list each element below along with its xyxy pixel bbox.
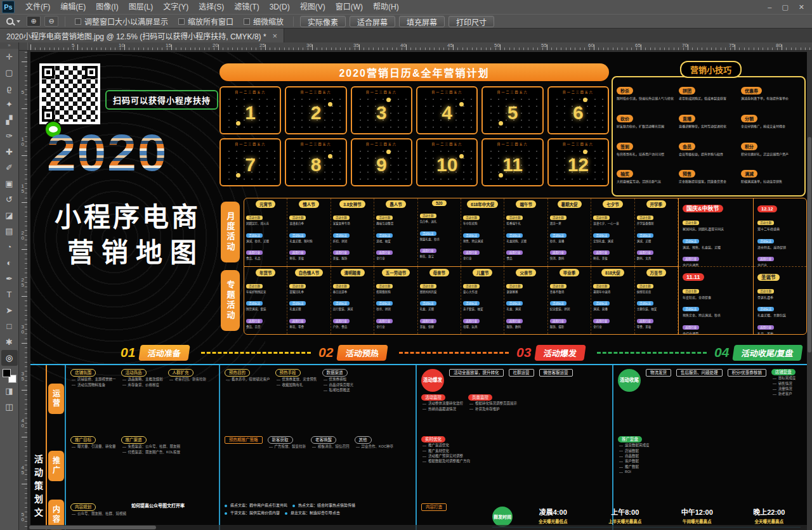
menu-item[interactable]: 窗口(W)	[331, 0, 368, 14]
crop-tool[interactable]: ▞	[1, 112, 18, 128]
zoom-tool[interactable]: ◎	[1, 350, 18, 366]
menu-item[interactable]: 文件(F)	[20, 0, 55, 14]
horizontal-ruler[interactable]: 5 10 15 20 25 30 35 40	[19, 42, 812, 51]
flow-subitem: 活动整体流量转化监控	[421, 401, 463, 406]
monthly-activities-label: 月度活动	[221, 202, 240, 262]
menu-item[interactable]: 帮助(H)	[368, 0, 404, 14]
checkbox-icon[interactable]	[178, 18, 185, 25]
menu-item[interactable]: 滤镜(T)	[229, 0, 264, 14]
promo-tag: 活动玩法	[757, 307, 774, 311]
brush-tool[interactable]: ✐	[1, 160, 18, 176]
fill-screen-button[interactable]: 填充屏幕	[399, 16, 445, 27]
healing-brush-tool[interactable]: ✚	[1, 144, 18, 160]
quick-mask-button[interactable]: ◨	[1, 383, 18, 399]
menu-bar: Ps 文件(F) 编辑(E) 图像(I) 图层(L) 文字(Y) 选择(S) 滤…	[0, 0, 812, 14]
actual-pixels-button[interactable]: 实际像素	[300, 16, 346, 27]
flow-node-group: 预热手段 优惠券发放、定金预售 收藏加购有礼	[275, 369, 317, 392]
month-number: 5	[483, 93, 542, 133]
pen-tool[interactable]: ✒	[1, 271, 18, 287]
flow-node: 微信客服运营	[539, 369, 573, 377]
print-size-button[interactable]: 打印尺寸	[449, 16, 494, 27]
tip-description: 直播讲解种草，实时互动促进转化	[679, 124, 738, 129]
promo-block: 圣诞节 活动主题圣诞礼遇季 活动玩法礼盒买赠、主题包装 适用行业礼品、美妆	[754, 266, 806, 335]
foreground-color-swatch[interactable]	[3, 369, 11, 377]
theme-tag: 活动主题	[333, 216, 350, 220]
menu-item[interactable]: 图像(I)	[91, 0, 123, 14]
checkbox-icon[interactable]	[244, 18, 250, 25]
flow-node-group: 痛点文案：戳中用户痛点引发共鸣	[225, 503, 287, 508]
minimize-button[interactable]: –	[768, 3, 771, 11]
flow-node-group: 推广复盘 运营数据完成度 店铺数据 商品数据	[618, 436, 650, 475]
phase-name: 活动准备	[139, 345, 191, 361]
menu-item[interactable]: 视图(V)	[295, 0, 331, 14]
move-tool[interactable]: ✛	[1, 49, 18, 65]
maximize-button[interactable]: ▢	[782, 3, 788, 11]
document-tab[interactable]: 2020小程序电商营销地图.jpg @ 12.5% (扫码可以获得小程序扶持, …	[0, 29, 284, 42]
ruler-tick-label: 10	[19, 137, 27, 184]
flow-subitem: 推广渠道优化	[421, 443, 470, 448]
flow-subitem: 选品策略、主推款规划	[121, 377, 163, 382]
zoom-out-mode-button[interactable]: ⊖	[44, 16, 58, 27]
vertical-ruler[interactable]: 5 10 15 20 25 30 35 40	[19, 51, 28, 530]
eraser-tool[interactable]: ◪	[1, 207, 18, 223]
month-number: 3	[352, 93, 411, 133]
tip-item: 拼团 老带新成团购买，低成本裂变获客	[679, 84, 738, 109]
clone-stamp-tool[interactable]: ▣	[1, 176, 18, 191]
tab-close-icon[interactable]: ×	[273, 31, 278, 41]
industry-tag: 适用行业	[463, 319, 480, 323]
menu-item[interactable]: 3D(D)	[265, 0, 295, 14]
document-canvas[interactable]: 扫码可以获得小程序扶持 2020 小程序电商 营销地图 2020营销日历&全年营…	[28, 51, 812, 530]
gradient-tool[interactable]: ▤	[1, 223, 18, 239]
dodge-tool[interactable]: ◐	[1, 255, 18, 271]
screen-mode-button[interactable]: ◫	[1, 399, 18, 415]
flow-node: 推广目标	[70, 436, 96, 444]
theme-tag: 活动主题	[420, 284, 436, 288]
vertical-scrollbar[interactable]	[807, 51, 812, 530]
options-checkbox[interactable]: 调整窗口大小以满屏显示	[72, 16, 171, 27]
magnifier-icon	[6, 18, 13, 25]
eyedropper-tool[interactable]: ✑	[1, 128, 18, 144]
magic-wand-tool[interactable]: ✦	[1, 96, 18, 112]
shape-tool[interactable]: □	[1, 318, 18, 334]
zoom-in-mode-button[interactable]: ⊕	[27, 16, 41, 27]
history-brush-tool[interactable]: ↺	[1, 191, 18, 207]
menu-item[interactable]: 编辑(E)	[55, 0, 91, 14]
flow-node-group: 推广渠道 免费渠道：公众号、社群、朋友圈 付费渠道：朋友圈广告、KOL投放	[121, 436, 181, 455]
close-button[interactable]: ✕	[799, 3, 804, 11]
month-column: 818大促 活动主题暑期年中返场 活动玩法满减、直播 适用行业全行业	[591, 267, 634, 335]
type-tool[interactable]: T	[1, 287, 18, 302]
blur-tool[interactable]: ◔	[1, 239, 18, 255]
poster-year: 2020	[47, 127, 167, 179]
promo-tag: 适用行业	[683, 325, 699, 330]
options-checkbox[interactable]: 缩放所有窗口	[175, 16, 237, 27]
phase-item: 04 活动收尾/复盘	[714, 345, 802, 361]
menu-item[interactable]: 图层(L)	[124, 0, 159, 14]
menu-item[interactable]: 文字(Y)	[158, 0, 193, 14]
options-checkbox[interactable]: 细微缩放	[240, 16, 287, 27]
color-swatches[interactable]	[3, 369, 16, 383]
month-number: 12	[549, 145, 608, 185]
path-selection-tool[interactable]: ➤	[1, 302, 18, 318]
fit-screen-button[interactable]: 适合屏幕	[350, 16, 395, 27]
flow-node-group: 预热期推广策略	[225, 436, 263, 449]
flow-node-group: 推广目标 曝光量、引流量、转化量	[70, 436, 116, 455]
theme-tag: 活动主题	[593, 216, 610, 220]
horizontal-scrollbar[interactable]	[28, 525, 807, 530]
month-number: 8	[286, 145, 345, 185]
lasso-tool[interactable]: ϱ	[1, 81, 18, 96]
timeline-caption: 全天曝光最高点	[738, 518, 801, 524]
checkbox-icon[interactable]	[75, 18, 81, 25]
marquee-tool[interactable]: ▢	[1, 65, 18, 81]
ruler-tick-label: 45	[447, 42, 494, 50]
flow-subitem: 运营数据完成度	[618, 443, 650, 448]
document-tab-bar: 2020小程序电商营销地图.jpg @ 12.5% (扫码可以获得小程序扶持, …	[0, 29, 812, 42]
zoom-tool-icon[interactable]	[4, 18, 23, 25]
hand-tool[interactable]: ✱	[1, 334, 18, 350]
timeline-item: 上午8:00 上半天曝光最高点	[594, 507, 657, 524]
calendar-cell: 日一二三四五六 10	[416, 138, 478, 186]
tip-label: 会员	[679, 143, 695, 150]
flow-node: 人群扩充	[168, 369, 193, 377]
tools-panel-collapse[interactable]: »	[0, 42, 18, 49]
promo-block: 11.11 活动主题年度狂欢、全场钜惠 活动玩法预售定金、跨店满减、秒杀 适用行…	[679, 266, 753, 335]
menu-item[interactable]: 选择(S)	[193, 0, 229, 14]
